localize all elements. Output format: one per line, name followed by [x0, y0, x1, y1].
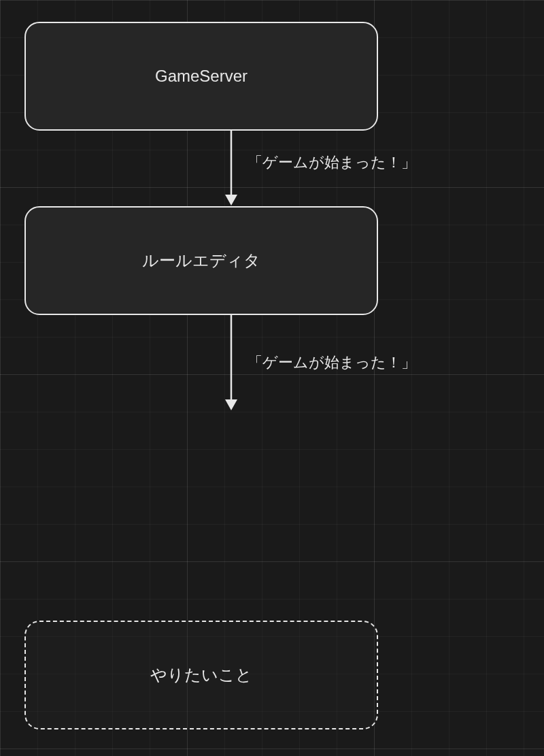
diagram-canvas[interactable]: GameServer 「ゲームが始まった！」 ルールエディタ 「ゲームが始まった…	[0, 0, 544, 756]
node-rule-editor[interactable]: ルールエディタ	[24, 206, 378, 315]
edge-label-2: 「ゲームが始まった！」	[248, 352, 416, 373]
node-game-server[interactable]: GameServer	[24, 22, 378, 131]
arrow-icon	[221, 131, 241, 206]
node-todo[interactable]: やりたいこと	[24, 621, 378, 729]
svg-marker-3	[225, 399, 237, 410]
node-label: やりたいこと	[150, 664, 252, 686]
node-label: GameServer	[155, 67, 248, 86]
node-label: ルールエディタ	[142, 250, 260, 272]
svg-marker-1	[225, 195, 237, 206]
arrow-icon	[221, 315, 241, 410]
edge-label-1: 「ゲームが始まった！」	[248, 152, 416, 173]
